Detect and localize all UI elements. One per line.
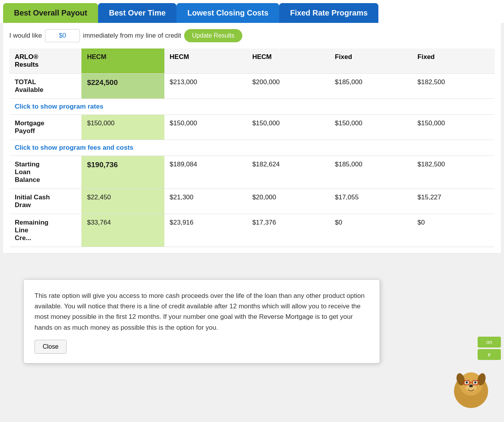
cell-remaining-fixed2: $0 [412, 214, 495, 247]
cell-remaining-hecm1: $33,764 [81, 214, 164, 247]
table-row-initial-cash: Initial CashDraw $22,450 $21,300 $20,000… [9, 189, 495, 214]
cell-starting-hecm2: $189,084 [164, 156, 247, 189]
table-row-show-fees[interactable]: Click to show program fees and costs [9, 140, 495, 156]
tab-lowest-closing[interactable]: Lowest Closing Costs [176, 3, 279, 23]
cell-remaining-fixed1: $0 [330, 214, 412, 247]
label-total-available: TOTALAvailable [9, 74, 81, 99]
cell-starting-hecm3: $182,624 [247, 156, 330, 189]
header-arlo-results: ARLO®Results [9, 48, 81, 74]
main-content: I would like immediately from my line of… [3, 23, 501, 254]
tab-best-overall[interactable]: Best Overall Payout [3, 3, 98, 23]
header-hecm-3: HECM [247, 48, 330, 74]
table-header-row: ARLO®Results HECM HECM HECM Fixed Fixed [9, 48, 495, 74]
cell-total-fixed2: $182,500 [412, 74, 495, 99]
table-row-starting-loan: StartingLoanBalance $190,736 $189,084 $1… [9, 156, 495, 189]
cell-initial-hecm2: $21,300 [164, 189, 247, 214]
cell-mortgage-hecm2: $150,000 [164, 115, 247, 140]
show-rates-link[interactable]: Click to show program rates [9, 99, 495, 114]
cell-starting-hecm1: $190,736 [81, 156, 164, 189]
input-row: I would like immediately from my line of… [9, 29, 495, 42]
cell-starting-fixed2: $182,500 [412, 156, 495, 189]
cell-mortgage-hecm3: $150,000 [247, 115, 330, 140]
svg-point-8 [466, 381, 468, 384]
results-table: ARLO®Results HECM HECM HECM Fixed Fixed … [9, 48, 495, 247]
label-initial-cash: Initial CashDraw [9, 189, 81, 214]
label-remaining-line: RemainingLineCre... [9, 214, 81, 247]
input-suffix: immediately from my line of credit [83, 32, 181, 40]
tab-fixed-rate[interactable]: Fixed Rate Programs [279, 3, 378, 23]
update-results-button[interactable]: Update Results [184, 29, 242, 42]
cell-initial-fixed1: $17,055 [330, 189, 412, 214]
cell-starting-fixed1: $185,000 [330, 156, 412, 189]
cell-initial-hecm3: $20,000 [247, 189, 330, 214]
cell-initial-hecm1: $22,450 [81, 189, 164, 214]
table-row-mortgage-payoff: MortgagePayoff $150,000 $150,000 $150,00… [9, 115, 495, 140]
cell-remaining-hecm3: $17,376 [247, 214, 330, 247]
tab-best-overtime[interactable]: Best Over Time [98, 3, 176, 23]
cell-total-fixed1: $185,000 [330, 74, 412, 99]
cell-total-hecm3: $200,000 [247, 74, 330, 99]
mascot [450, 368, 492, 410]
svg-point-5 [469, 385, 473, 387]
header-hecm-2: HECM [164, 48, 247, 74]
credit-input[interactable] [45, 29, 80, 42]
cell-mortgage-hecm1: $150,000 [81, 115, 164, 140]
cell-total-hecm2: $213,000 [164, 74, 247, 99]
header-fixed-2: Fixed [412, 48, 495, 74]
header-fixed-1: Fixed [330, 48, 412, 74]
header-hecm-1: HECM [81, 48, 164, 74]
label-mortgage-payoff: MortgagePayoff [9, 115, 81, 140]
svg-point-9 [474, 381, 476, 384]
right-btn-2[interactable]: e [478, 349, 501, 360]
tab-bar: Best Overall Payout Best Over Time Lowes… [0, 0, 504, 23]
table-row-remaining-line: RemainingLineCre... $33,764 $23,916 $17,… [9, 214, 495, 247]
cell-total-hecm1: $224,500 [81, 74, 164, 99]
cell-remaining-hecm2: $23,916 [164, 214, 247, 247]
show-fees-link[interactable]: Click to show program fees and costs [9, 140, 495, 156]
table-row-show-rates[interactable]: Click to show program rates [9, 99, 495, 115]
popup-overlay: This rate option will give you access to… [23, 279, 380, 363]
label-starting-loan: StartingLoanBalance [9, 156, 81, 189]
cell-initial-fixed2: $15,227 [412, 189, 495, 214]
right-buttons-area: on e [478, 337, 501, 360]
right-btn-1[interactable]: on [478, 337, 501, 348]
cell-mortgage-fixed1: $150,000 [330, 115, 412, 140]
input-prefix: I would like [9, 32, 42, 40]
cell-mortgage-fixed2: $150,000 [412, 115, 495, 140]
popup-text: This rate option will give you access to… [35, 291, 369, 333]
table-row-total-available: TOTALAvailable $224,500 $213,000 $200,00… [9, 74, 495, 99]
close-button[interactable]: Close [35, 340, 67, 354]
